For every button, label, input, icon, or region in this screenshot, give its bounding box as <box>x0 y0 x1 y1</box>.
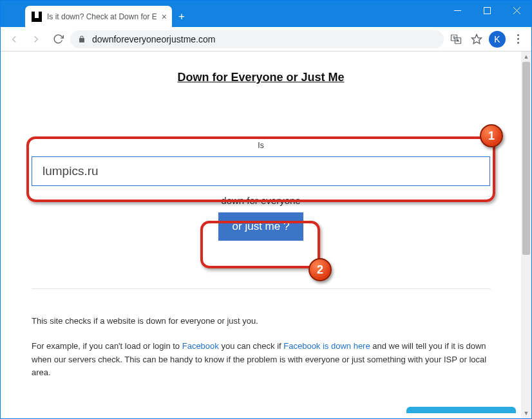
tab-favicon <box>32 12 42 22</box>
window-titlebar: Is it down? Check at Down for Ev × + <box>1 1 531 27</box>
kofi-widget[interactable] <box>406 407 516 413</box>
prompt-text: Is <box>32 141 490 150</box>
info-paragraph-2: For example, if you can't load or login … <box>32 340 490 380</box>
translate-icon[interactable] <box>446 30 466 49</box>
kebab-menu-icon <box>517 34 519 44</box>
forward-button[interactable] <box>26 30 46 49</box>
avatar-letter: K <box>489 31 506 48</box>
page-title[interactable]: Down for Everyone or Just Me <box>32 71 490 84</box>
info-text-fragment: For example, if you can't load or login … <box>32 341 182 351</box>
svg-rect-1 <box>484 7 490 14</box>
browser-tab[interactable]: Is it down? Check at Down for Ev × <box>25 6 172 27</box>
status-text: down for everyone <box>32 195 490 206</box>
annotation-badge-2: 2 <box>309 258 332 281</box>
facebook-down-link[interactable]: Facebook is down here <box>283 341 370 351</box>
scrollbar-thumb[interactable] <box>522 62 530 255</box>
url-input[interactable] <box>32 156 490 186</box>
lock-icon <box>78 35 86 44</box>
info-paragraph-1: This site checks if a website is down fo… <box>32 315 490 328</box>
tab-strip: Is it down? Check at Down for Ev × + <box>25 6 191 27</box>
menu-button[interactable] <box>508 30 527 49</box>
check-form: Is down for everyone or just me ? 1 2 <box>32 118 490 256</box>
back-button[interactable] <box>5 30 24 49</box>
browser-toolbar: downforeveryoneorjustme.com K <box>1 27 531 51</box>
check-button[interactable]: or just me ? <box>218 212 304 241</box>
scroll-down-icon[interactable]: ▼ <box>521 408 531 418</box>
svg-marker-6 <box>472 34 482 43</box>
address-bar[interactable]: downforeveryoneorjustme.com <box>70 30 444 48</box>
close-tab-icon[interactable]: × <box>162 12 167 22</box>
reload-button[interactable] <box>48 30 68 49</box>
url-text: downforeveryoneorjustme.com <box>92 34 215 44</box>
page-viewport: Down for Everyone or Just Me Is down for… <box>1 51 531 418</box>
info-text-fragment: you can check if <box>219 341 283 351</box>
new-tab-button[interactable]: + <box>172 6 191 27</box>
section-divider <box>32 288 490 289</box>
scrollbar[interactable]: ▲ ▼ <box>521 51 531 418</box>
maximize-button[interactable] <box>472 1 502 20</box>
close-window-button[interactable] <box>502 1 531 20</box>
bookmark-star-icon[interactable] <box>467 30 486 49</box>
scroll-up-icon[interactable]: ▲ <box>521 51 531 62</box>
facebook-link[interactable]: Facebook <box>182 341 219 351</box>
minimize-button[interactable] <box>442 1 472 20</box>
profile-avatar[interactable]: K <box>488 30 507 49</box>
window-controls <box>442 1 531 20</box>
tab-title: Is it down? Check at Down for Ev <box>47 12 157 21</box>
